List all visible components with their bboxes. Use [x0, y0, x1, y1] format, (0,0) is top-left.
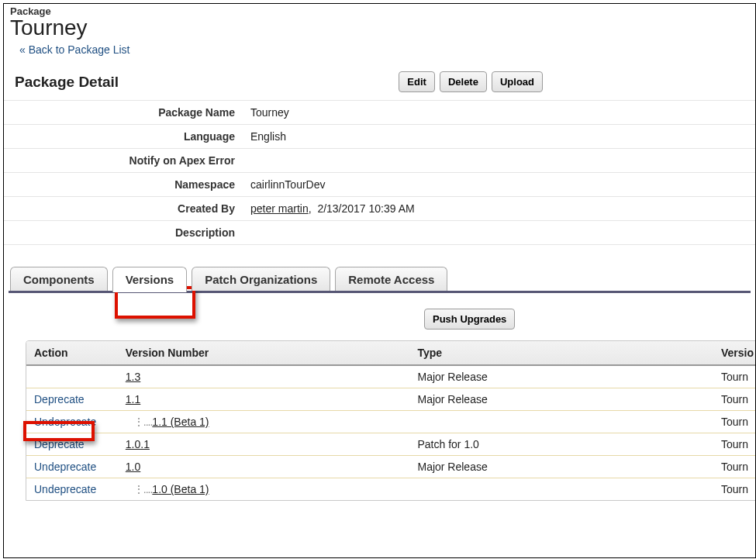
created-by-user-link[interactable]: peter martin — [250, 202, 309, 215]
version-name-cell: Tourn — [713, 456, 756, 478]
field-label: Namespace — [4, 173, 243, 197]
created-by-date: 2/13/2017 10:39 AM — [317, 202, 414, 215]
version-type-cell: Major Release — [409, 456, 713, 478]
col-type-header[interactable]: Type — [409, 341, 713, 365]
tab-patch-organizations[interactable]: Patch Organizations — [192, 267, 330, 291]
version-number-link[interactable]: 1.0 — [126, 461, 140, 473]
field-value: peter martin, 2/13/2017 10:39 AM — [243, 197, 755, 221]
version-number-cell: 1.1 — [118, 388, 410, 411]
version-action-cell — [26, 365, 118, 388]
delete-button[interactable]: Delete — [440, 71, 487, 92]
detail-table: Package Name Tourney Language English No… — [4, 100, 755, 245]
version-action-cell: Undeprecate — [26, 456, 118, 478]
undeprecate-action-link[interactable]: Undeprecate — [34, 461, 96, 473]
version-action-cell: Undeprecate — [26, 411, 118, 433]
version-tbody: 1.3Major ReleaseTournDeprecate1.1Major R… — [26, 365, 756, 500]
field-row-created-by: Created By peter martin, 2/13/2017 10:39… — [4, 197, 755, 221]
version-number-cell: 1.0.1 — [118, 433, 410, 456]
page-root: Package Tourney « Back to Package List P… — [3, 3, 756, 558]
version-number-link[interactable]: 1.3 — [126, 371, 140, 383]
version-action-cell: Undeprecate — [26, 478, 118, 501]
package-header: Package Tourney « Back to Package List — [4, 4, 755, 56]
tree-branch-icon: ⋮.... — [133, 416, 153, 428]
field-label: Language — [4, 125, 243, 149]
version-number-cell: 1.3 — [118, 365, 410, 388]
package-title: Tourney — [10, 16, 749, 40]
version-table-wrap: Action Version Number Type Versio 1.3Maj… — [26, 340, 756, 501]
version-type-cell: Patch for 1.0 — [409, 433, 713, 456]
detail-buttons: Edit Delete Upload — [399, 71, 543, 92]
deprecate-action-link[interactable]: Deprecate — [34, 438, 85, 450]
col-version-number-header[interactable]: Version Number — [118, 341, 410, 365]
col-action-header[interactable]: Action — [26, 341, 118, 365]
version-number-link[interactable]: 1.1 — [126, 393, 140, 405]
undeprecate-action-link[interactable]: Undeprecate — [34, 483, 96, 495]
col-version-name-header[interactable]: Versio — [713, 341, 756, 365]
version-type-cell — [409, 411, 713, 433]
created-by-separator: , — [309, 202, 312, 215]
version-row: Undeprecate1.0Major ReleaseTourn — [26, 456, 756, 478]
field-value — [243, 149, 755, 173]
detail-header: Package Detail Edit Delete Upload — [4, 71, 755, 100]
field-value — [243, 221, 755, 245]
version-number-cell: 1.0 — [118, 456, 410, 478]
field-value: English — [243, 125, 755, 149]
field-row-namespace: Namespace cairlinnTourDev — [4, 173, 755, 197]
version-table: Action Version Number Type Versio 1.3Maj… — [26, 341, 756, 500]
version-name-cell: Tourn — [713, 411, 756, 433]
version-number-link[interactable]: 1.0 (Beta 1) — [152, 483, 209, 495]
version-action-cell: Deprecate — [26, 433, 118, 456]
deprecate-action-link[interactable]: Deprecate — [34, 393, 85, 405]
tab-versions[interactable]: Versions — [112, 267, 188, 292]
version-number-link[interactable]: 1.1 (Beta 1) — [152, 416, 209, 428]
tabs-wrap: Components Versions Patch Organizations … — [4, 267, 755, 501]
push-upgrades-row: Push Upgrades — [9, 309, 751, 340]
version-type-cell — [409, 478, 713, 501]
upload-button[interactable]: Upload — [492, 71, 543, 92]
field-label: Description — [4, 221, 243, 245]
field-row-description: Description — [4, 221, 755, 245]
field-row-notify: Notify on Apex Error — [4, 149, 755, 173]
push-upgrades-button[interactable]: Push Upgrades — [424, 309, 515, 330]
version-number-cell: ⋮....1.0 (Beta 1) — [118, 478, 410, 501]
field-label: Notify on Apex Error — [4, 149, 243, 173]
version-row: Undeprecate⋮....1.1 (Beta 1)Tourn — [26, 411, 756, 433]
tabs: Components Versions Patch Organizations … — [9, 267, 751, 291]
detail-section-title: Package Detail — [15, 74, 119, 91]
version-table-header-row: Action Version Number Type Versio — [26, 341, 756, 365]
back-chevron-icon: « — [19, 43, 26, 56]
version-name-cell: Tourn — [713, 365, 756, 388]
back-link-row: « Back to Package List — [19, 43, 749, 56]
version-row: Undeprecate⋮....1.0 (Beta 1)Tourn — [26, 478, 756, 501]
field-label: Package Name — [4, 101, 243, 125]
tab-panel-versions: Push Upgrades Action Version Number Type… — [9, 291, 751, 501]
version-type-cell: Major Release — [409, 388, 713, 411]
version-number-cell: ⋮....1.1 (Beta 1) — [118, 411, 410, 433]
version-type-cell: Major Release — [409, 365, 713, 388]
version-row: 1.3Major ReleaseTourn — [26, 365, 756, 388]
version-number-link[interactable]: 1.0.1 — [126, 438, 150, 450]
version-action-cell: Deprecate — [26, 388, 118, 411]
version-name-cell: Tourn — [713, 478, 756, 501]
version-name-cell: Tourn — [713, 433, 756, 456]
field-value: Tourney — [243, 101, 755, 125]
version-row: Deprecate1.0.1Patch for 1.0Tourn — [26, 433, 756, 456]
field-row-package-name: Package Name Tourney — [4, 101, 755, 125]
tree-branch-icon: ⋮.... — [133, 483, 153, 495]
version-row: Deprecate1.1Major ReleaseTourn — [26, 388, 756, 411]
edit-button[interactable]: Edit — [399, 71, 435, 92]
tab-remote-access[interactable]: Remote Access — [335, 267, 447, 291]
version-name-cell: Tourn — [713, 388, 756, 411]
field-row-language: Language English — [4, 125, 755, 149]
field-label: Created By — [4, 197, 243, 221]
field-value: cairlinnTourDev — [243, 173, 755, 197]
tab-components[interactable]: Components — [10, 267, 108, 291]
undeprecate-action-link[interactable]: Undeprecate — [34, 416, 96, 428]
back-to-package-list-link[interactable]: Back to Package List — [29, 43, 130, 56]
